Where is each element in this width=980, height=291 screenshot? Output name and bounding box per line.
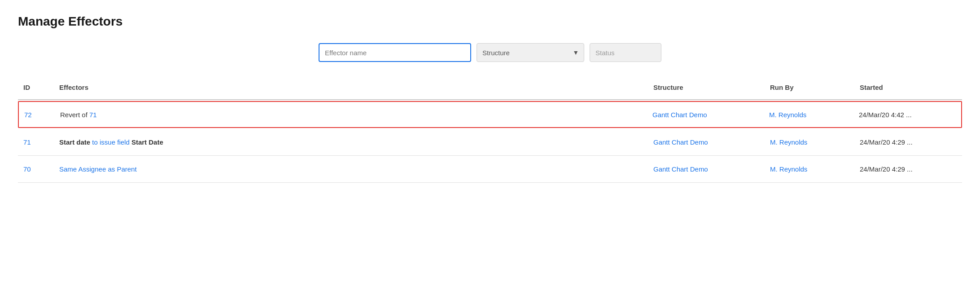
effectors-table: ID Effectors Structure Run By Started 72… (18, 80, 962, 183)
cell-effector-70: Same Assignee as Parent (54, 159, 648, 179)
status-filter[interactable]: Status (590, 43, 661, 62)
cell-structure-72[interactable]: Gantt Chart Demo (647, 105, 764, 125)
cell-structure-71[interactable]: Gantt Chart Demo (648, 132, 765, 152)
cell-started-70: 24/Mar/20 4:29 ... (854, 159, 962, 179)
effector-link-71[interactable]: 71 (89, 111, 97, 119)
cell-id-72[interactable]: 72 (19, 105, 55, 125)
cell-runby-72[interactable]: M. Reynolds (764, 105, 853, 125)
cell-started-72: 24/Mar/20 4:42 ... (853, 105, 961, 125)
effector-plain-text: Revert of (60, 111, 89, 119)
cell-id-70[interactable]: 70 (18, 159, 54, 179)
effector-bold-start-date: Start date (59, 138, 90, 146)
header-started: Started (854, 80, 962, 95)
cell-started-71: 24/Mar/20 4:29 ... (854, 132, 962, 152)
effector-bold-start-date-field: Start Date (131, 138, 163, 146)
header-effectors: Effectors (54, 80, 648, 95)
cell-id-71[interactable]: 71 (18, 132, 54, 152)
effector-link-same-assignee[interactable]: Same Assignee as Parent (59, 165, 137, 173)
structure-filter-wrapper: Structure Gantt Chart Demo Other ▼ (477, 43, 584, 62)
cell-effector-72: Revert of 71 (55, 105, 647, 125)
table-header: ID Effectors Structure Run By Started (18, 80, 962, 100)
header-run-by: Run By (765, 80, 854, 95)
cell-effector-71: Start date to issue field Start Date (54, 132, 648, 152)
header-structure: Structure (648, 80, 765, 95)
page-title: Manage Effectors (18, 14, 962, 29)
filter-bar: Structure Gantt Chart Demo Other ▼ Statu… (18, 43, 962, 62)
table-row: 72 Revert of 71 Gantt Chart Demo M. Reyn… (18, 101, 962, 128)
cell-structure-70[interactable]: Gantt Chart Demo (648, 159, 765, 179)
effector-link-text: to issue field (90, 138, 131, 146)
table-row: 70 Same Assignee as Parent Gantt Chart D… (18, 156, 962, 183)
structure-select[interactable]: Structure Gantt Chart Demo Other (477, 43, 584, 62)
table-row: 71 Start date to issue field Start Date … (18, 129, 962, 156)
effector-name-input[interactable] (319, 43, 471, 62)
header-id: ID (18, 80, 54, 95)
cell-runby-70[interactable]: M. Reynolds (765, 159, 854, 179)
cell-runby-71[interactable]: M. Reynolds (765, 132, 854, 152)
